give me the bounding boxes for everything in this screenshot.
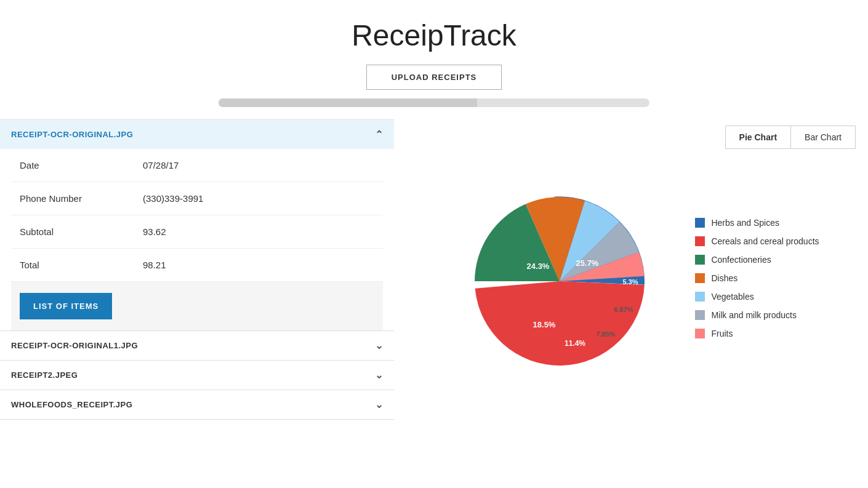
pie-segment-cereals (472, 278, 645, 369)
receipt-header-ocr1[interactable]: RECEIPT-OCR-ORIGINAL1.JPG ⌄ (0, 331, 394, 360)
list-of-items-button[interactable]: LIST OF ITEMS (20, 293, 112, 319)
upload-receipts-button[interactable]: UPLOAD RECEIPTS (366, 65, 502, 90)
pie-label-fruits: 5.3% (623, 278, 638, 286)
chart-content: 25.7% 24.3% 18.5% 11.4% 7.85% 6.87% 5.3%… (412, 161, 856, 395)
receipt-filename-ocr-original: RECEIPT-OCR-ORIGINAL.JPG (11, 130, 133, 139)
app-title: ReceipTrack (0, 0, 868, 65)
pie-label-vegetables: 7.85% (597, 330, 616, 338)
pie-label-confectioneries: 18.5% (533, 320, 556, 329)
legend-color-fruits (695, 329, 705, 338)
legend-color-confectioneries (695, 255, 705, 265)
legend-color-milk (695, 310, 705, 320)
phone-label: Phone Number (20, 193, 143, 204)
total-value: 98.21 (143, 260, 166, 270)
chevron-down-icon-ocr1: ⌄ (375, 340, 384, 351)
pie-chart-toggle-button[interactable]: Pie Chart (725, 126, 790, 149)
receipt-item-wholefoods: WHOLEFOODS_RECEIPT.JPG ⌄ (0, 390, 394, 420)
pie-label-milk: 6.87% (614, 306, 633, 313)
legend-item-confectioneries: Confectioneries (695, 255, 819, 265)
legend-label-vegetables: Vegetables (711, 292, 753, 302)
bar-chart-toggle-button[interactable]: Bar Chart (790, 126, 856, 149)
date-label: Date (20, 160, 143, 170)
chevron-up-icon: ⌃ (375, 129, 384, 140)
chevron-down-icon-receipt2: ⌄ (375, 369, 384, 381)
receipt-filename-wholefoods: WHOLEFOODS_RECEIPT.JPG (11, 400, 132, 409)
subtotal-label: Subtotal (20, 226, 143, 237)
detail-row-phone: Phone Number (330)339-3991 (11, 182, 383, 215)
receipt-header-receipt2[interactable]: RECEIPT2.JPEG ⌄ (0, 361, 394, 390)
legend-label-milk: Milk and milk products (711, 310, 797, 320)
receipt-header-wholefoods[interactable]: WHOLEFOODS_RECEIPT.JPG ⌄ (0, 390, 394, 419)
upload-section: UPLOAD RECEIPTS (0, 65, 868, 107)
legend-label-confectioneries: Confectioneries (711, 255, 771, 265)
progress-bar-container (219, 98, 649, 107)
pie-label-herbs: 25.7% (576, 258, 599, 268)
total-label: Total (20, 260, 143, 270)
legend-color-cereals (695, 236, 705, 246)
detail-row-total: Total 98.21 (11, 249, 383, 282)
receipt-filename-ocr1: RECEIPT-OCR-ORIGINAL1.JPG (11, 341, 138, 350)
legend-color-herbs (695, 218, 705, 228)
chevron-down-icon-wholefoods: ⌄ (375, 399, 384, 410)
pie-label-dishes: 11.4% (565, 339, 585, 348)
pie-chart-svg: 25.7% 24.3% 18.5% 11.4% 7.85% 6.87% 5.3% (449, 161, 670, 395)
receipt-item-receipt2: RECEIPT2.JPEG ⌄ (0, 361, 394, 390)
legend-color-dishes (695, 273, 705, 283)
receipt-filename-receipt2: RECEIPT2.JPEG (11, 370, 78, 380)
receipt-header-ocr-original[interactable]: RECEIPT-OCR-ORIGINAL.JPG ⌃ (0, 120, 394, 149)
date-value: 07/28/17 (143, 160, 179, 170)
legend-label-cereals: Cereals and cereal products (711, 236, 819, 246)
receipt-item-ocr1: RECEIPT-OCR-ORIGINAL1.JPG ⌄ (0, 331, 394, 361)
legend-label-dishes: Dishes (711, 273, 737, 283)
detail-row-date: Date 07/28/17 (11, 149, 383, 182)
receipt-list: RECEIPT-OCR-ORIGINAL.JPG ⌃ Date 07/28/17… (0, 119, 394, 420)
legend-item-fruits: Fruits (695, 329, 819, 338)
legend-item-dishes: Dishes (695, 273, 819, 283)
detail-row-subtotal: Subtotal 93.62 (11, 215, 383, 249)
main-layout: RECEIPT-OCR-ORIGINAL.JPG ⌃ Date 07/28/17… (0, 119, 868, 420)
legend-label-fruits: Fruits (711, 329, 733, 338)
chart-legend: Herbs and Spices Cereals and cereal prod… (695, 218, 819, 338)
receipt-item-expanded: RECEIPT-OCR-ORIGINAL.JPG ⌃ Date 07/28/17… (0, 120, 394, 331)
subtotal-value: 93.62 (143, 226, 166, 237)
progress-bar-fill (219, 98, 477, 107)
legend-color-vegetables (695, 292, 705, 302)
list-of-items-row: LIST OF ITEMS (11, 282, 383, 330)
legend-item-milk: Milk and milk products (695, 310, 819, 320)
legend-item-herbs: Herbs and Spices (695, 218, 819, 228)
receipt-details: Date 07/28/17 Phone Number (330)339-3991… (0, 149, 394, 330)
phone-value: (330)339-3991 (143, 193, 203, 204)
legend-item-vegetables: Vegetables (695, 292, 819, 302)
pie-label-cereals: 24.3% (527, 262, 550, 271)
chart-area: Pie Chart Bar Chart (394, 119, 868, 420)
legend-item-cereals: Cereals and cereal products (695, 236, 819, 246)
chart-toggle: Pie Chart Bar Chart (412, 119, 856, 161)
legend-label-herbs: Herbs and Spices (711, 218, 779, 228)
